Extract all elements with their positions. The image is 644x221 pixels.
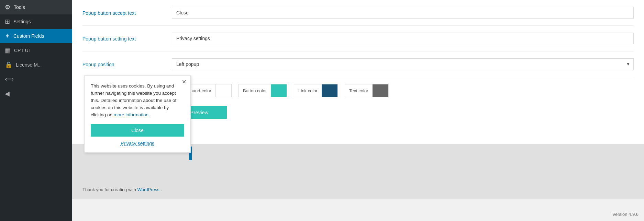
link-color-swatch[interactable] [322, 84, 337, 97]
footer-text: Thank you for creating with WordPress . [82, 187, 162, 192]
accept-text-input[interactable] [172, 7, 634, 19]
accept-text-input-wrap [172, 7, 634, 19]
position-select-wrap: Left popup Right popup Center popup Top … [172, 58, 634, 70]
settings-icon: ⊞ [5, 18, 10, 25]
sidebar-item-back[interactable]: ◀ [0, 86, 72, 101]
sidebar-item-tools[interactable]: ⚙ Tools [0, 0, 72, 14]
more-information-link[interactable]: more information [114, 112, 148, 117]
custom-fields-icon: ✦ [5, 32, 10, 40]
form-row-position: Popup position Left popup Right popup Ce… [82, 58, 634, 77]
sidebar-item-license[interactable]: 🔒 License M... [0, 58, 72, 72]
translate-icon: ⟺ [5, 75, 14, 83]
setting-text-input[interactable] [172, 33, 634, 44]
link-color-label: Link color [294, 86, 322, 95]
text-color-swatch[interactable] [373, 84, 388, 97]
color-item-button: Button color [238, 84, 287, 97]
sidebar-label-license: License M... [16, 62, 42, 68]
cookie-popup-close-x-button[interactable]: ✕ [182, 79, 186, 85]
sidebar-label-settings: Settings [13, 19, 31, 24]
main-content: Popup button accept text Popup button se… [72, 0, 644, 221]
sidebar-label-custom-fields: Custom Fields [13, 33, 44, 39]
version-label: Version 4.9.6 [612, 212, 639, 217]
button-color-label: Button color [239, 86, 271, 95]
sidebar-label-tools: Tools [14, 4, 25, 10]
form-row-accept-text: Popup button accept text [82, 7, 634, 26]
text-color-label: Text color [345, 86, 373, 95]
setting-text-input-wrap [172, 33, 634, 44]
sidebar-item-translate[interactable]: ⟺ [0, 72, 72, 86]
button-color-swatch[interactable] [271, 84, 287, 97]
cookie-privacy-settings-link[interactable]: Privacy settings [91, 141, 184, 146]
back-icon: ◀ [5, 90, 10, 97]
sidebar-label-cpt-ui: CPT UI [14, 48, 30, 53]
setting-text-label: Popup button setting text [82, 33, 172, 42]
position-select[interactable]: Left popup Right popup Center popup Top … [172, 58, 634, 70]
sidebar-item-cpt-ui[interactable]: ▦ CPT UI [0, 43, 72, 58]
tools-icon: ⚙ [5, 3, 10, 11]
sidebar: ⚙ Tools ⊞ Settings ✦ Custom Fields ▦ CPT… [0, 0, 72, 221]
form-row-setting-text: Popup button setting text [82, 33, 634, 51]
sidebar-item-settings[interactable]: ⊞ Settings [0, 14, 72, 29]
license-icon: 🔒 [5, 61, 12, 69]
cookie-close-button[interactable]: Close [91, 124, 184, 137]
cookie-body-text: This website uses cookies. By using and … [91, 83, 184, 119]
cookie-popup: ✕ This website uses cookies. By using an… [84, 75, 191, 153]
position-label: Popup position [82, 58, 172, 67]
cpt-ui-icon: ▦ [5, 47, 11, 54]
sidebar-item-custom-fields[interactable]: ✦ Custom Fields [0, 29, 72, 43]
color-item-text: Text color [345, 84, 389, 97]
color-row: Background-color Button color Link color… [172, 84, 634, 97]
wordpress-link[interactable]: WordPress [137, 187, 159, 192]
color-item-link: Link color [294, 84, 338, 97]
accept-text-label: Popup button accept text [82, 7, 172, 16]
background-color-swatch[interactable] [215, 84, 231, 97]
